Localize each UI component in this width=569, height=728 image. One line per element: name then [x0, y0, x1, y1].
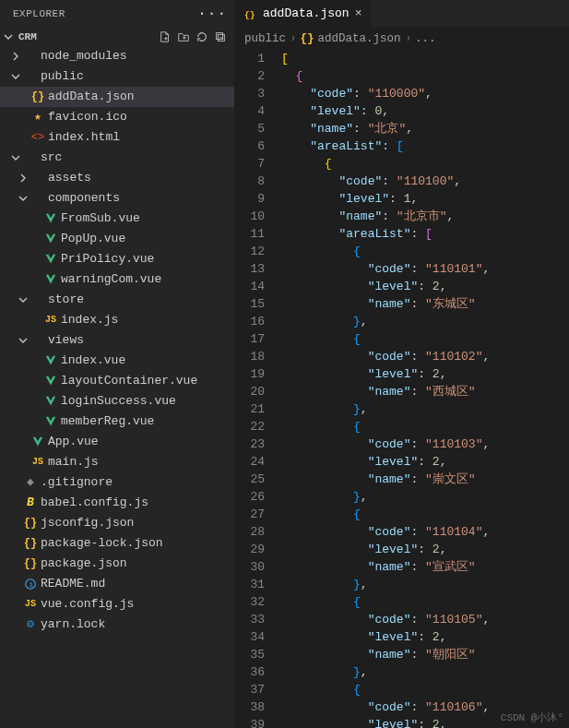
code-line[interactable]: }, — [281, 488, 569, 506]
tree-item-label: assets — [48, 168, 91, 188]
file-popup-vue[interactable]: PopUp.vue — [0, 229, 234, 249]
explorer-more-icon[interactable]: ··· — [197, 6, 227, 22]
code-line[interactable]: }, — [281, 663, 569, 681]
code-lines[interactable]: [ { "code": "110000", "level": 0, "name"… — [281, 50, 569, 728]
folder-store[interactable]: store — [0, 290, 234, 310]
folder-views[interactable]: views — [0, 330, 234, 351]
tree-item-label: README.md — [41, 574, 105, 594]
breadcrumb-segment[interactable]: public — [244, 32, 286, 45]
tab-bar: {} addData.json × — [235, 0, 569, 27]
code-line[interactable]: "name": "北京市", — [281, 208, 569, 225]
code-line[interactable]: { — [281, 418, 569, 436]
file-readme-md[interactable]: iREADME.md — [0, 574, 234, 594]
chevron-right-icon: › — [290, 32, 295, 45]
tree-item-label: store — [48, 290, 84, 310]
code-line[interactable]: [ — [281, 50, 569, 67]
breadcrumb[interactable]: public › {} addData.json › ... — [235, 27, 569, 50]
close-icon[interactable]: × — [355, 6, 362, 20]
code-line[interactable]: "code": "110105", — [281, 611, 569, 628]
code-line[interactable]: "name": "西城区" — [281, 383, 569, 400]
vue-icon — [42, 375, 59, 388]
code-editor[interactable]: 1234567891011121314151617181920212223242… — [235, 50, 569, 728]
tree-item-label: PopUp.vue — [61, 229, 125, 249]
code-line[interactable]: "code": "110000", — [281, 85, 569, 102]
new-file-icon[interactable] — [159, 30, 172, 43]
code-line[interactable]: { — [281, 155, 569, 173]
file-index-vue[interactable]: index.vue — [0, 351, 234, 371]
file-app-vue[interactable]: App.vue — [0, 432, 234, 452]
code-line[interactable]: "level": 2, — [281, 453, 569, 471]
code-line[interactable]: "areaList": [ — [281, 137, 569, 155]
code-line[interactable]: { — [281, 330, 569, 348]
tree-item-label: src — [41, 148, 62, 168]
explorer-header: EXPLORER ··· — [0, 0, 234, 28]
json-icon: {} — [30, 87, 46, 107]
file-jsconfig-json[interactable]: {}jsconfig.json — [0, 513, 234, 533]
code-line[interactable]: { — [281, 681, 569, 698]
file-package-lock-json[interactable]: {}package-lock.json — [0, 533, 234, 554]
file-babel-config-js[interactable]: Bbabel.config.js — [0, 493, 234, 513]
code-line[interactable]: { — [281, 243, 569, 260]
svg-text:i: i — [29, 580, 33, 589]
json-icon: {} — [22, 533, 39, 554]
vue-icon — [42, 415, 59, 428]
chevron-down-icon — [17, 334, 30, 347]
code-line[interactable]: "code": "110103", — [281, 436, 569, 453]
code-line[interactable]: "name": "东城区" — [281, 295, 569, 313]
project-header[interactable]: CRM — [0, 28, 234, 46]
code-line[interactable]: "code": "110101", — [281, 260, 569, 278]
file-memberreg-vue[interactable]: memberReg.vue — [0, 412, 234, 432]
code-line[interactable]: "level": 2, — [281, 628, 569, 646]
file-index-js[interactable]: JSindex.js — [0, 310, 234, 330]
code-line[interactable]: }, — [281, 313, 569, 330]
file-index-html[interactable]: <>index.html — [0, 127, 234, 148]
file-fromsub-vue[interactable]: FromSub.vue — [0, 209, 234, 229]
code-line[interactable]: "code": "110102", — [281, 348, 569, 365]
file-layoutcontainer-vue[interactable]: layoutContainer.vue — [0, 371, 234, 391]
file-adddata-json[interactable]: {}addData.json — [0, 87, 234, 107]
code-line[interactable]: "name": "崇文区" — [281, 471, 569, 488]
folder-components[interactable]: components — [0, 188, 234, 209]
tree-item-label: layoutContainer.vue — [61, 371, 197, 391]
code-line[interactable]: { — [281, 506, 569, 523]
code-line[interactable]: { — [281, 67, 569, 85]
file--gitignore[interactable]: ◆.gitignore — [0, 472, 234, 493]
code-line[interactable]: { — [281, 593, 569, 611]
refresh-icon[interactable] — [196, 30, 208, 43]
tab-adddata-json[interactable]: {} addData.json × — [235, 0, 372, 27]
code-line[interactable]: "level": 0, — [281, 102, 569, 120]
chevron-right-icon: › — [406, 32, 410, 45]
collapse-all-icon[interactable] — [214, 30, 227, 43]
code-line[interactable]: "code": "110100", — [281, 173, 569, 190]
file-yarn-lock[interactable]: ⚙yarn.lock — [0, 615, 234, 635]
code-line[interactable]: "code": "110104", — [281, 523, 569, 541]
file-vue-config-js[interactable]: JSvue.config.js — [0, 594, 234, 615]
code-line[interactable]: }, — [281, 400, 569, 418]
new-folder-icon[interactable] — [177, 30, 190, 43]
folder-src[interactable]: src — [0, 148, 234, 168]
file-favicon-ico[interactable]: ★favicon.ico — [0, 107, 234, 127]
breadcrumb-segment[interactable]: addData.json — [318, 32, 401, 45]
code-line[interactable]: "areaList": [ — [281, 225, 569, 243]
vue-icon — [42, 395, 59, 408]
folder-node-modules[interactable]: node_modules — [0, 46, 234, 66]
tree-item-label: vue.config.js — [41, 594, 134, 615]
file-warningcom-vue[interactable]: warningCom.vue — [0, 269, 234, 290]
code-line[interactable]: "name": "朝阳区" — [281, 646, 569, 663]
code-line[interactable]: "name": "宣武区" — [281, 558, 569, 576]
breadcrumb-segment[interactable]: ... — [415, 32, 436, 45]
code-line[interactable]: "level": 1, — [281, 190, 569, 208]
code-line[interactable]: "level": 2, — [281, 541, 569, 558]
code-line[interactable]: "level": 2, — [281, 278, 569, 295]
code-line[interactable]: }, — [281, 576, 569, 593]
file-pripolicy-vue[interactable]: PriPolicy.vue — [0, 249, 234, 269]
code-line[interactable]: "name": "北京", — [281, 120, 569, 137]
folder-public[interactable]: public — [0, 66, 234, 87]
code-line[interactable]: "level": 2, — [281, 365, 569, 383]
json-icon: {} — [301, 32, 314, 45]
file-main-js[interactable]: JSmain.js — [0, 452, 234, 472]
file-loginsuccess-vue[interactable]: loginSuccess.vue — [0, 391, 234, 412]
chevron-down-icon — [9, 151, 22, 164]
folder-assets[interactable]: assets — [0, 168, 234, 188]
file-package-json[interactable]: {}package.json — [0, 554, 234, 574]
